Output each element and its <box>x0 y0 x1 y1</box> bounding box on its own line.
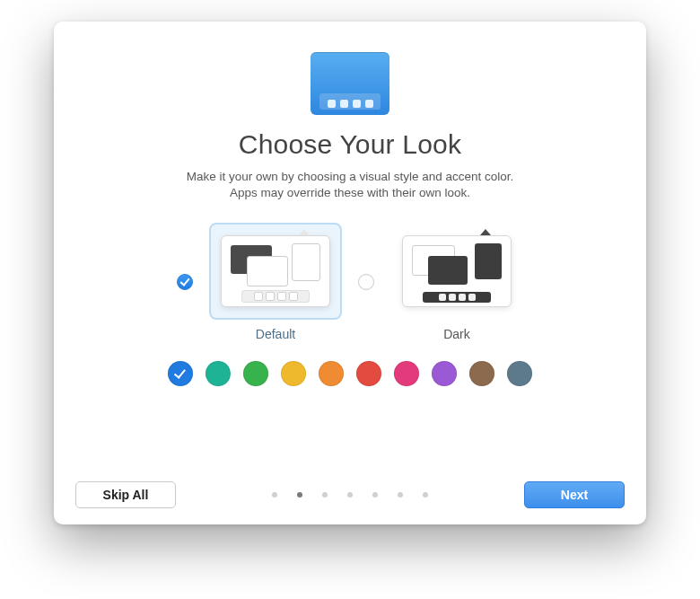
accent-color-yellow[interactable] <box>281 361 306 386</box>
accent-color-red[interactable] <box>356 361 381 386</box>
page-dot-2[interactable] <box>322 492 328 498</box>
page-dot-4[interactable] <box>372 492 378 498</box>
page-title: Choose Your Look <box>239 129 461 160</box>
theme-option-dark[interactable]: Dark <box>390 223 523 341</box>
skip-all-button[interactable]: Skip All <box>75 481 176 508</box>
accent-color-purple[interactable] <box>432 361 457 386</box>
accent-color-pink[interactable] <box>394 361 419 386</box>
accent-color-orange[interactable] <box>319 361 344 386</box>
theme-label-dark: Dark <box>443 327 470 341</box>
theme-radio-default[interactable] <box>177 274 193 290</box>
theme-radio-dark[interactable] <box>358 274 374 290</box>
onboarding-window: Choose Your Look Make it your own by cho… <box>54 22 646 524</box>
theme-option-default[interactable]: Default <box>209 223 342 341</box>
page-dot-0[interactable] <box>272 492 277 498</box>
accent-color-blue[interactable] <box>168 361 193 386</box>
subtitle-line-1: Make it your own by choosing a visual st… <box>187 170 514 183</box>
accent-color-slate[interactable] <box>507 361 532 386</box>
theme-preview-default <box>221 235 330 307</box>
page-dot-6[interactable] <box>423 492 428 498</box>
appearance-hero-icon <box>311 52 389 115</box>
theme-chooser: Default Dark <box>177 223 523 341</box>
accent-color-green[interactable] <box>243 361 268 386</box>
page-subtitle: Make it your own by choosing a visual st… <box>187 169 514 201</box>
page-dot-3[interactable] <box>347 492 353 498</box>
theme-label-default: Default <box>256 327 295 341</box>
theme-preview-dark <box>402 235 512 307</box>
accent-color-picker <box>168 361 532 386</box>
accent-color-teal[interactable] <box>206 361 231 386</box>
accent-color-brown[interactable] <box>469 361 494 386</box>
subtitle-line-2: Apps may override these with their own l… <box>230 186 470 199</box>
footer: Skip All Next <box>75 481 625 508</box>
page-dot-5[interactable] <box>398 492 403 498</box>
next-button[interactable]: Next <box>524 481 625 508</box>
page-dot-1[interactable] <box>297 492 302 498</box>
